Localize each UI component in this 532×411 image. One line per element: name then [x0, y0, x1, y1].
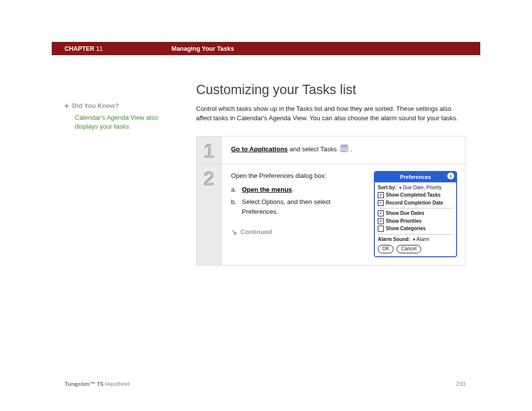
chapter-header: CHAPTER 11 Managing Your Tasks [52, 42, 480, 55]
product-bold: Tungsten™ T5 [65, 381, 103, 387]
sidebar: + Did You Know? Calendar's Agenda View a… [64, 102, 163, 132]
intro-paragraph: Control which tasks show up in the Tasks… [196, 104, 466, 123]
substep-text: Open the menus. [242, 185, 294, 195]
did-you-know-label: Did You Know? [72, 102, 119, 110]
checkbox-checked-icon: ✓ [378, 200, 384, 206]
substep-marker: a. [231, 185, 238, 195]
chapter-number: 11 [96, 45, 103, 52]
step-text: Open the Preferences dialog box: a. Open… [231, 171, 365, 237]
step-number-value: 1 [204, 140, 215, 163]
cancel-button[interactable]: Cancel [397, 245, 421, 253]
show-due-dates-row[interactable]: ✓ Show Due Dates [378, 210, 453, 217]
step-1: 1 Go to Applications and select Tasks [197, 137, 465, 165]
divider [378, 234, 453, 235]
show-completed-label: Show Completed Tasks [386, 192, 441, 199]
chapter-label: CHAPTER 11 [65, 45, 103, 52]
alarm-sound-dropdown[interactable]: ▼Alarm [412, 236, 430, 243]
page-footer: Tungsten™ T5 Handheld 233 [65, 381, 466, 387]
svg-rect-4 [342, 151, 345, 152]
step1-tail: . [350, 145, 352, 153]
alarm-sound-row: Alarm Sound: ▼Alarm [378, 236, 453, 243]
chapter-word: CHAPTER [65, 45, 94, 52]
svg-rect-1 [342, 146, 347, 147]
sort-by-dropdown[interactable]: ▼Due Date, Priority [399, 184, 442, 192]
preferences-buttons: OK Cancel [378, 245, 453, 253]
checkbox-checked-icon: ✓ [378, 192, 384, 198]
step-body: Open the Preferences dialog box: a. Open… [222, 164, 465, 265]
ok-button[interactable]: OK [378, 245, 394, 253]
product-rest: Handheld [103, 381, 129, 387]
chapter-title: Managing Your Tasks [171, 45, 234, 52]
open-menus-link[interactable]: Open the menus [242, 186, 292, 193]
divider [378, 208, 453, 208]
step2-lead: Open the Preferences dialog box: [231, 171, 365, 181]
step2-sublist: a. Open the menus. b. Select Options, an… [231, 185, 365, 217]
continued-label: Continued [240, 227, 272, 237]
preferences-titlebar: Preferences i [375, 172, 456, 182]
preferences-title-text: Preferences [400, 173, 431, 181]
substep-marker: b. [231, 197, 238, 216]
agenda-view-link[interactable]: Calendar's Agenda View [75, 114, 144, 121]
checkbox-checked-icon: ✓ [378, 210, 384, 216]
substep-a-tail: . [292, 186, 294, 193]
preferences-dialog: Preferences i Sort by: ▼Due Date, Priori… [374, 171, 457, 257]
svg-rect-2 [342, 148, 347, 149]
show-priorities-label: Show Priorities [386, 218, 422, 225]
substep-text: Select Options, and then select Preferen… [242, 197, 365, 216]
continued-indicator: ↘ Continued [231, 227, 365, 237]
step-number: 1 [197, 137, 222, 164]
step-number-value: 2 [204, 168, 215, 190]
step-text: Go to Applications and select Tasks . [231, 143, 457, 156]
show-due-dates-label: Show Due Dates [386, 210, 424, 217]
page-title: Customizing your Tasks list [196, 82, 466, 98]
sort-by-value: Due Date, Priority [403, 185, 442, 190]
arrow-down-right-icon: ↘ [231, 228, 237, 236]
record-completion-row[interactable]: ✓ Record Completion Date [378, 200, 453, 207]
did-you-know-body: Calendar's Agenda View also displays you… [64, 113, 163, 131]
info-icon[interactable]: i [447, 172, 454, 179]
step-body: Go to Applications and select Tasks . [222, 137, 465, 164]
step1-rest: and select Tasks [288, 145, 338, 153]
alarm-sound-value: Alarm [416, 237, 429, 242]
steps-container: 1 Go to Applications and select Tasks [196, 136, 466, 266]
checkbox-checked-icon: ✓ [378, 218, 384, 224]
tasks-app-icon [339, 143, 349, 156]
checkbox-unchecked-icon [378, 226, 384, 232]
sort-by-label: Sort by: [378, 184, 397, 192]
alarm-sound-label: Alarm Sound: [378, 236, 410, 243]
step-2: 2 Open the Preferences dialog box: a. Op… [197, 164, 465, 265]
record-completion-label: Record Completion Date [386, 200, 443, 207]
substep-a: a. Open the menus. [231, 185, 365, 195]
show-categories-label: Show Categories [386, 225, 426, 233]
did-you-know-heading: + Did You Know? [64, 102, 163, 110]
main-content: Customizing your Tasks list Control whic… [196, 82, 466, 266]
step-number: 2 [197, 164, 222, 265]
sort-by-row: Sort by: ▼Due Date, Priority [378, 184, 453, 192]
show-completed-row[interactable]: ✓ Show Completed Tasks [378, 192, 453, 199]
applications-link[interactable]: Go to Applications [231, 145, 288, 153]
show-priorities-row[interactable]: ✓ Show Priorities [378, 218, 453, 225]
substep-b: b. Select Options, and then select Prefe… [231, 197, 365, 216]
preferences-body: Sort by: ▼Due Date, Priority ✓ Show Comp… [375, 182, 456, 257]
page-number: 233 [456, 381, 466, 387]
svg-rect-3 [342, 149, 347, 150]
product-name: Tungsten™ T5 Handheld [65, 381, 129, 387]
plus-icon: + [64, 102, 69, 110]
show-categories-row[interactable]: Show Categories [378, 225, 453, 233]
